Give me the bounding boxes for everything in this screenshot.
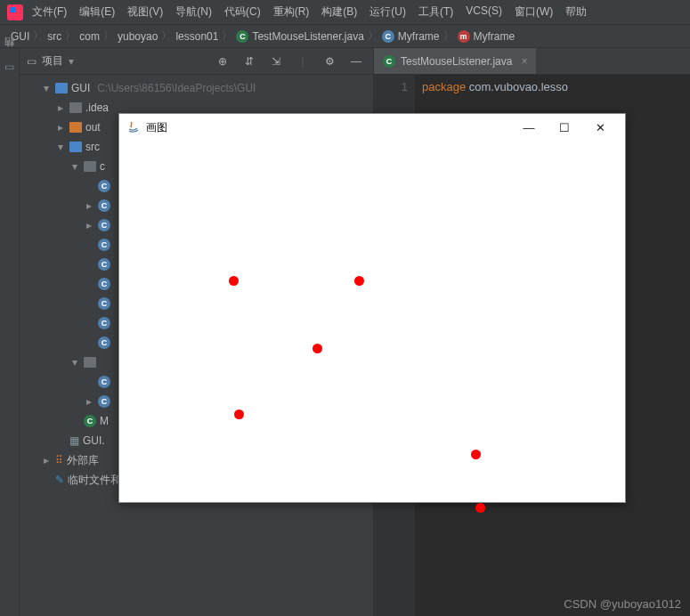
menu-item[interactable]: 窗口(W) — [515, 4, 553, 20]
node-icon: C — [98, 376, 110, 388]
drawing-window[interactable]: 画图 — ☐ ✕ — [118, 113, 626, 503]
expand-toggle-icon[interactable]: ▸ — [55, 121, 66, 134]
expand-toggle-icon[interactable]: ▸ — [55, 101, 66, 114]
menu-item[interactable]: 视图(V) — [127, 4, 163, 20]
drawing-canvas[interactable] — [119, 141, 625, 502]
main-menu: 文件(F)编辑(E)视图(V)导航(N)代码(C)重构(R)构建(B)运行(U)… — [32, 4, 587, 20]
titlebar: 文件(F)编辑(E)视图(V)导航(N)代码(C)重构(R)构建(B)运行(U)… — [0, 0, 690, 25]
node-icon: C — [98, 258, 110, 271]
node-icon — [69, 122, 82, 133]
minimize-button[interactable]: — — [511, 121, 547, 134]
folder-icon: ▭ — [4, 61, 14, 73]
expand-toggle-icon[interactable]: ▸ — [84, 199, 94, 212]
expand-icon[interactable]: ⇵ — [239, 52, 259, 71]
menu-item[interactable]: 代码(C) — [224, 4, 261, 20]
breadcrumb: GUI〉src〉com〉yuboyao〉lesson01〉CTestMouseL… — [0, 25, 690, 48]
project-title[interactable]: ▭ 项目 ▾ — [27, 53, 74, 69]
node-label: out — [85, 121, 101, 134]
breadcrumb-item[interactable]: com — [79, 30, 100, 43]
node-icon: C — [98, 219, 110, 231]
ide-logo-icon — [7, 4, 23, 20]
menu-item[interactable]: 导航(N) — [175, 4, 212, 20]
menu-item[interactable]: 文件(F) — [32, 4, 67, 20]
red-dot — [354, 276, 364, 286]
node-label: 外部库 — [67, 453, 99, 468]
class-icon: C — [382, 30, 394, 43]
editor-tabs: C TestMouseListener.java × — [374, 48, 690, 75]
close-button[interactable]: ✕ — [582, 121, 618, 134]
tab-label: TestMouseListener.java — [401, 55, 512, 68]
node-label: GUI — [71, 82, 90, 94]
menu-item[interactable]: 构建(B) — [321, 4, 357, 20]
menu-item[interactable]: 编辑(E) — [79, 4, 115, 20]
node-icon: ✎ — [55, 474, 64, 486]
breadcrumb-item[interactable]: lesson01 — [175, 30, 218, 43]
node-label: src — [85, 141, 100, 153]
expand-toggle-icon[interactable]: ▾ — [55, 141, 66, 153]
node-icon: C — [98, 395, 110, 408]
red-dot — [234, 409, 244, 419]
menu-item[interactable]: 运行(U) — [369, 4, 406, 20]
maximize-button[interactable]: ☐ — [547, 121, 582, 134]
java-icon — [126, 120, 141, 134]
gear-icon[interactable]: ⚙ — [320, 52, 339, 71]
project-header: ▭ 项目 ▾ ⊕ ⇵ ⇲ | ⚙ — — [20, 48, 373, 75]
breadcrumb-item[interactable]: GUI — [11, 30, 29, 43]
method-icon: m — [458, 30, 470, 43]
node-icon — [69, 102, 82, 113]
node-label: .idea — [85, 101, 109, 114]
popup-title-text: 画图 — [146, 120, 167, 135]
node-icon: C — [98, 180, 110, 192]
red-dot — [229, 276, 239, 286]
expand-toggle-icon[interactable]: ▾ — [41, 82, 52, 94]
class-icon: C — [383, 55, 395, 68]
project-icon: ▭ — [27, 55, 37, 68]
menu-item[interactable]: 重构(R) — [273, 4, 310, 20]
left-toolbar: 结构 ▭ — [0, 48, 20, 616]
close-icon[interactable]: × — [521, 55, 527, 68]
node-icon: C — [98, 239, 110, 251]
expand-toggle-icon[interactable]: ▾ — [69, 160, 80, 173]
red-dot — [313, 344, 322, 353]
breadcrumb-item[interactable]: yuboyao — [118, 30, 158, 43]
node-label: GUI. — [83, 434, 105, 447]
node-icon: C — [98, 317, 110, 329]
minimize-icon[interactable]: — — [346, 52, 366, 71]
expand-toggle-icon[interactable]: ▾ — [69, 356, 80, 369]
breadcrumb-item[interactable]: src — [47, 30, 61, 43]
expand-toggle-icon[interactable]: ▸ — [41, 454, 52, 466]
red-dot — [475, 503, 485, 513]
expand-toggle-icon[interactable]: ▸ — [84, 395, 94, 408]
menu-item[interactable]: 工具(T) — [418, 4, 453, 20]
dropdown-icon[interactable]: ▾ — [69, 55, 74, 68]
node-icon: C — [98, 199, 110, 212]
collapse-icon[interactable]: ⇲ — [266, 52, 286, 71]
node-icon: C — [98, 278, 110, 290]
red-dot — [471, 450, 481, 459]
project-title-text: 项目 — [42, 53, 63, 69]
expand-toggle-icon[interactable]: ▸ — [84, 219, 94, 231]
node-icon — [69, 142, 82, 152]
node-icon — [55, 83, 68, 93]
node-icon: ⠿ — [55, 454, 63, 466]
locate-icon[interactable]: ⊕ — [213, 52, 232, 71]
breadcrumb-item[interactable]: CMyframe — [382, 30, 440, 43]
node-icon — [84, 357, 96, 368]
node-label: c — [100, 160, 105, 173]
popup-titlebar[interactable]: 画图 — ☐ ✕ — [119, 114, 625, 141]
watermark: CSDN @yuboyao1012 — [564, 597, 681, 611]
class-icon: C — [236, 30, 248, 43]
breadcrumb-item[interactable]: mMyframe — [458, 30, 515, 43]
menu-item[interactable]: 帮助 — [565, 4, 587, 20]
node-icon: ▦ — [69, 434, 79, 447]
breadcrumb-item[interactable]: CTestMouseListener.java — [236, 30, 363, 43]
tree-node[interactable]: ▾ GUIC:\Users\86156\IdeaProjects\GUI — [20, 78, 373, 98]
node-icon: C — [84, 415, 96, 427]
node-icon: C — [98, 336, 110, 349]
node-label: M — [100, 415, 109, 427]
node-icon: C — [98, 297, 110, 310]
menu-item[interactable]: VCS(S) — [466, 4, 502, 20]
divider: | — [293, 52, 313, 71]
node-icon — [84, 161, 96, 172]
tab-testmouselistener[interactable]: C TestMouseListener.java × — [374, 48, 536, 74]
